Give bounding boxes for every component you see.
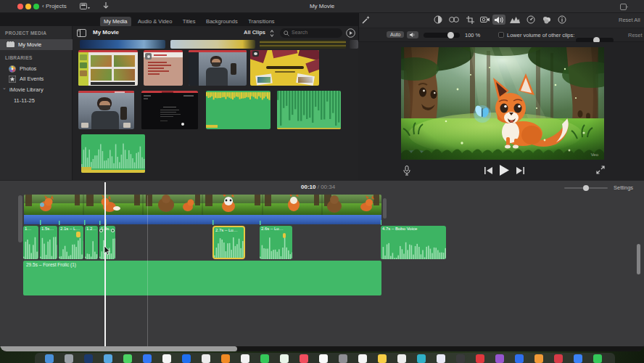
video-filmstrip[interactable]: [24, 195, 381, 215]
movie-end-handle[interactable]: [383, 198, 387, 219]
fullscreen-icon[interactable]: [596, 166, 605, 174]
sidebar-item-all-events[interactable]: All Events: [0, 74, 73, 84]
dock-app-icon[interactable]: [378, 354, 387, 363]
chevron-down-icon[interactable]: ⌄: [2, 85, 7, 91]
tab-backgrounds[interactable]: Backgrounds: [202, 17, 242, 27]
volume-slider-knob[interactable]: [447, 32, 454, 38]
media-thumb-audio[interactable]: [206, 91, 271, 129]
audio-clip-selected[interactable]: 2.7s – Lu…: [212, 226, 245, 259]
noise-reduction-icon[interactable]: [508, 15, 521, 25]
audio-clip[interactable]: 2.6s – Lu…: [260, 226, 292, 259]
dock-app-icon[interactable]: [280, 354, 289, 363]
dock-app-icon[interactable]: [534, 354, 543, 363]
sidebar-toggle-icon[interactable]: [77, 29, 86, 37]
play-button[interactable]: [499, 165, 509, 176]
timeline-zoom-knob[interactable]: [583, 185, 589, 191]
audio-clip[interactable]: 1.5s…: [40, 226, 57, 259]
dock-app-icon[interactable]: [358, 354, 367, 363]
audio-clip[interactable]: 1…: [23, 226, 38, 259]
dock-app-icon[interactable]: [319, 354, 328, 363]
dock-app-icon[interactable]: [260, 354, 269, 363]
crop-icon[interactable]: [463, 15, 476, 25]
reset-all-button[interactable]: Reset All: [619, 17, 640, 23]
dock-app-icon[interactable]: [515, 354, 524, 363]
dock-app-icon[interactable]: [123, 354, 132, 363]
media-thumb-video[interactable]: [78, 50, 138, 86]
dock-app-icon[interactable]: [300, 354, 308, 363]
color-correction-icon[interactable]: [432, 15, 445, 25]
audio-clip[interactable]: 1.2…: [85, 226, 98, 259]
clip-filter-icon[interactable]: [540, 15, 553, 25]
media-thumb[interactable]: [170, 40, 255, 49]
media-thumb-video[interactable]: [144, 50, 183, 86]
timeline-zoom-slider[interactable]: [564, 187, 608, 189]
timeline-vscrollbar[interactable]: [637, 244, 640, 274]
auto-volume-button[interactable]: Auto: [387, 31, 404, 38]
speed-icon[interactable]: [524, 15, 537, 25]
media-thumb[interactable]: [350, 40, 358, 49]
media-thumb-video[interactable]: [250, 50, 319, 86]
dock-app-icon[interactable]: [221, 354, 230, 363]
timeline-settings-button[interactable]: Settings: [614, 184, 633, 191]
reset-button[interactable]: Reset: [628, 32, 643, 38]
all-clips-filter[interactable]: All Clips: [244, 29, 265, 36]
tab-titles[interactable]: Titles: [179, 17, 199, 27]
dock-app-icon[interactable]: [45, 354, 54, 363]
mute-button[interactable]: [407, 31, 418, 38]
voiceover-mic-icon[interactable]: [403, 166, 410, 176]
fade-handle[interactable]: [99, 229, 103, 232]
info-icon[interactable]: [556, 15, 569, 25]
dock-app-icon[interactable]: [593, 354, 602, 363]
media-thumb-audio[interactable]: [277, 91, 341, 129]
sidebar-item-imovie-library[interactable]: ⌄ iMovie Library: [0, 85, 73, 95]
dock-app-icon[interactable]: [339, 354, 347, 363]
tab-audio-video[interactable]: Audio & Video: [134, 17, 176, 27]
dock-app-icon[interactable]: [554, 354, 563, 363]
fade-handle[interactable]: [111, 229, 115, 232]
dock-app-icon[interactable]: [417, 354, 426, 363]
volume-slider[interactable]: [424, 33, 460, 38]
previous-frame-button[interactable]: [484, 167, 492, 174]
color-balance-icon[interactable]: [447, 15, 461, 25]
clip-filter-play-icon[interactable]: [346, 28, 355, 38]
timeline-hscroll-thumb[interactable]: [0, 346, 237, 351]
dock-app-icon[interactable]: [162, 354, 171, 363]
dock-app-icon[interactable]: [437, 354, 445, 363]
sidebar-item-photos[interactable]: Photos: [0, 64, 73, 74]
sidebar-item-event-11-11-25[interactable]: 11-11-25: [0, 96, 73, 106]
dock-app-icon[interactable]: [65, 354, 73, 363]
tab-transitions[interactable]: Transitions: [244, 17, 278, 27]
audio-clip[interactable]: 2.1s – L…: [59, 226, 83, 259]
media-thumb-video[interactable]: [78, 91, 134, 129]
dock-app-icon[interactable]: [397, 354, 406, 363]
tab-my-media[interactable]: My Media: [100, 17, 131, 27]
dock-app-icon[interactable]: [182, 354, 191, 363]
lower-volume-checkbox[interactable]: [498, 32, 504, 38]
audio-clip[interactable]: 4.7s – Bobo Voice: [381, 226, 446, 259]
playhead[interactable]: [104, 182, 106, 347]
dock-app-icon[interactable]: [104, 354, 112, 363]
search-input[interactable]: Search: [280, 28, 342, 38]
movie-start-handle[interactable]: [18, 195, 22, 242]
dock-app-icon[interactable]: [476, 354, 484, 363]
sidebar-item-my-movie[interactable]: My Movie: [0, 39, 73, 50]
dock-app-icon[interactable]: [241, 354, 249, 363]
dock-app-icon[interactable]: [456, 354, 465, 363]
media-thumb-video[interactable]: [189, 50, 247, 86]
media-thumb[interactable]: [260, 40, 346, 49]
media-thumb-video[interactable]: [141, 91, 198, 129]
enhance-wand-icon[interactable]: [361, 15, 371, 25]
next-frame-button[interactable]: [516, 167, 524, 174]
dock-app-icon[interactable]: [574, 354, 582, 363]
dock-app-icon[interactable]: [143, 354, 152, 363]
waveform: [81, 139, 145, 168]
dock-app-icon[interactable]: [84, 354, 93, 363]
media-thumb[interactable]: [80, 40, 165, 49]
extension-icon[interactable]: [620, 4, 628, 10]
media-thumb-audio[interactable]: [81, 134, 145, 173]
stabilization-icon[interactable]: [478, 15, 491, 25]
dock-app-icon[interactable]: [202, 354, 210, 363]
dock-app-icon[interactable]: [495, 354, 504, 363]
volume-icon-selected[interactable]: [492, 15, 505, 25]
background-music-clip[interactable]: 29.5s – Forest Frolic (1): [23, 261, 381, 295]
